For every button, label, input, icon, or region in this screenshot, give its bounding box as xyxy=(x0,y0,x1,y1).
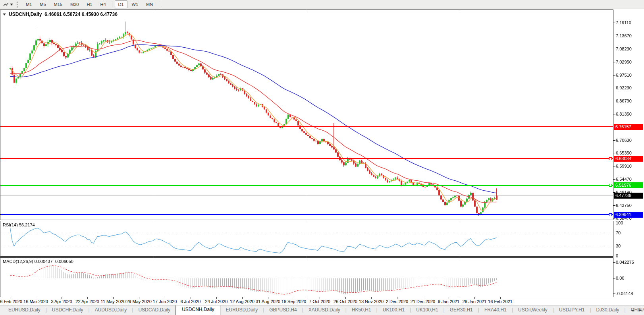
time-axis-date-label[interactable]: 24 Jul 2020 xyxy=(205,299,228,304)
chart-tools-button[interactable] xyxy=(2,1,15,8)
toolbar: M1M5M15M30H1H4D1W1MN xyxy=(0,0,644,9)
level-anchor-marker[interactable] xyxy=(609,157,612,160)
time-axis-tick xyxy=(36,297,36,299)
chart-tab-dj30[interactable]: DJ30,Daily xyxy=(591,305,625,315)
price-axis-tick-label: 6.86790 xyxy=(616,99,632,103)
rsi-axis-tick-label: 30 xyxy=(616,243,621,248)
level-price-label: 6.51976 xyxy=(614,182,643,188)
chart-tab-fra40[interactable]: FRA40,H1 xyxy=(479,305,512,315)
chart-tab-uk100[interactable]: UK100,H1 xyxy=(378,305,410,315)
timeframe-mn-button[interactable]: MN xyxy=(143,0,156,8)
time-axis-date-label[interactable]: 16 Feb 2021 xyxy=(488,299,513,304)
price-axis-tick-label: 7.08230 xyxy=(616,46,632,51)
chart-tab-gbpusd[interactable]: GBPUSD,H4 xyxy=(264,305,302,315)
timeframe-m15-button[interactable]: M15 xyxy=(50,0,66,8)
timeframe-h4-button[interactable]: H4 xyxy=(96,0,109,8)
time-axis-tick xyxy=(216,297,217,299)
timeframe-m5-button[interactable]: M5 xyxy=(36,0,49,8)
chart-tab-uk100[interactable]: UK100,H1 xyxy=(411,305,443,315)
price-axis-tick-label: 6.59910 xyxy=(616,164,632,168)
time-axis-date-label[interactable]: 28 Jan 2021 xyxy=(463,299,487,304)
price-axis-tick-label: 7.19110 xyxy=(616,20,631,25)
chart-tab-usdchf[interactable]: USDCHF,Daily xyxy=(47,305,89,315)
time-axis-date-label[interactable]: 12 Aug 2020 xyxy=(230,299,255,304)
price-axis-tick-label: 6.70630 xyxy=(616,138,632,143)
chart-tab-bar: EURUSD,Daily|USDCHF,Daily|AUDUSD,Daily|U… xyxy=(0,305,644,315)
time-axis-date-label[interactable]: 31 Aug 2020 xyxy=(256,299,280,304)
timeframe-buttons: M1M5M15M30H1H4D1W1MN xyxy=(22,0,161,9)
macd-indicator-panel[interactable] xyxy=(0,257,616,297)
chart-menu-icon[interactable] xyxy=(3,14,6,15)
chart-tab-xauusd[interactable]: XAUUSD,Daily xyxy=(303,305,345,315)
chart-symbol-label: USDCNH,Daily xyxy=(9,12,42,17)
level-price-label: 6.76157 xyxy=(614,124,643,130)
chart-tab-audusd[interactable]: AUDUSD,Daily xyxy=(90,305,132,315)
chart-tab-ger30[interactable]: GER30,H1 xyxy=(445,305,478,315)
time-axis-tick xyxy=(500,297,501,299)
time-axis-tick xyxy=(10,297,10,299)
timeframe-h1-button[interactable]: H1 xyxy=(83,0,96,8)
timeframe-d1-button[interactable]: D1 xyxy=(115,0,127,8)
macd-indicator-label: MACD(12,26,9) 0.000437 -0.006050 xyxy=(3,259,73,264)
time-axis-date-label[interactable]: 3 Apr 2020 xyxy=(51,299,72,304)
time-axis-date-label[interactable]: 9 Jan 2021 xyxy=(438,299,459,304)
level-price-label: 6.39941 xyxy=(614,212,643,218)
time-axis-date-label[interactable]: 2 Dec 2020 xyxy=(386,299,408,304)
time-axis-date-label[interactable]: 18 Sep 2020 xyxy=(282,299,306,304)
timeframe-w1-button[interactable]: W1 xyxy=(128,0,142,8)
price-axis-tick-label: 6.92230 xyxy=(616,85,632,90)
time-axis-date-label[interactable]: 22 Apr 2020 xyxy=(75,299,99,304)
rsi-indicator-panel[interactable] xyxy=(0,221,616,257)
time-axis-date-label[interactable]: 17 Jun 2020 xyxy=(153,299,177,304)
time-axis-date-label[interactable]: 26 Oct 2020 xyxy=(334,299,357,304)
time-axis-tick xyxy=(139,297,139,299)
rsi-indicator-label: RSI(14) 56.2174 xyxy=(3,222,35,227)
time-axis-tick xyxy=(345,297,346,299)
time-axis-date-label[interactable]: 16 Mar 2020 xyxy=(23,299,48,304)
time-axis-date-label[interactable]: 7 Oct 2020 xyxy=(309,299,330,304)
time-axis-date-label[interactable]: 29 May 2020 xyxy=(126,299,152,304)
main-price-chart[interactable] xyxy=(0,10,616,220)
time-axis-tick xyxy=(423,297,423,299)
rsi-axis-tick-label: 70 xyxy=(616,230,621,235)
time-axis-tick xyxy=(87,297,88,299)
macd-axis-tick-label: 0.00 xyxy=(616,276,624,280)
chart-tab-usdcnh[interactable]: USDCNH,Daily xyxy=(175,305,220,315)
chart-tools-icon xyxy=(3,2,9,7)
time-axis-tick xyxy=(191,297,191,299)
time-axis-tick xyxy=(474,297,475,299)
time-axis-tick xyxy=(371,297,372,299)
chart-tab-eurusd[interactable]: EURUSD,Daily xyxy=(220,305,263,315)
chevron-down-icon xyxy=(10,4,13,6)
macd-axis-tick-label: -0.04148 xyxy=(616,291,633,296)
time-axis: 26 Feb 202016 Mar 20203 Apr 202022 Apr 2… xyxy=(0,297,613,305)
tab-scroll-left-button[interactable]: ◂ xyxy=(631,307,635,313)
chart-tab-usdcad[interactable]: USDCAD,Daily xyxy=(133,305,175,315)
timeframe-m30-button[interactable]: M30 xyxy=(67,0,82,8)
chart-tab-usdjpy[interactable]: USDJPY,H1 xyxy=(554,305,590,315)
level-price-label: 6.63034 xyxy=(614,156,643,162)
timeframe-m1-button[interactable]: M1 xyxy=(22,0,35,8)
time-axis-tick xyxy=(268,297,268,299)
price-axis-tick-label: 7.13670 xyxy=(616,33,632,38)
toolbar-grip-handle[interactable] xyxy=(17,2,19,8)
current-price-label: 6.47736 xyxy=(614,193,643,199)
chart-ohlc-values: 6.46061 6.50724 6.45930 6.47736 xyxy=(44,12,118,17)
time-axis-date-label[interactable]: 11 May 2020 xyxy=(101,299,126,304)
level-anchor-marker[interactable] xyxy=(609,213,612,216)
chart-tab-hk50[interactable]: HK50,H1 xyxy=(347,305,376,315)
chart-tab-eurusd[interactable]: EURUSD,Daily xyxy=(3,305,46,315)
time-axis-date-label[interactable]: 13 Nov 2020 xyxy=(359,299,384,304)
macd-axis-tick-label: 0.042275 xyxy=(616,260,634,265)
level-anchor-marker[interactable] xyxy=(609,184,612,187)
time-axis-date-label[interactable]: 21 Dec 2020 xyxy=(411,299,435,304)
time-axis-tick xyxy=(449,297,449,299)
chart-tab-usoil[interactable]: USOil,Weekly xyxy=(513,305,553,315)
time-axis-date-label[interactable]: 6 Jul 2020 xyxy=(181,299,201,304)
price-axis-tick-label: 6.81350 xyxy=(616,112,632,116)
time-axis-tick xyxy=(397,297,397,299)
price-axis-tick-label: 6.97510 xyxy=(616,73,632,77)
price-axis-tick-label: 7.02950 xyxy=(616,60,632,64)
time-axis-date-label[interactable]: 26 Feb 2020 xyxy=(0,299,22,304)
tab-scroll-right-button[interactable]: ▸ xyxy=(638,307,642,313)
